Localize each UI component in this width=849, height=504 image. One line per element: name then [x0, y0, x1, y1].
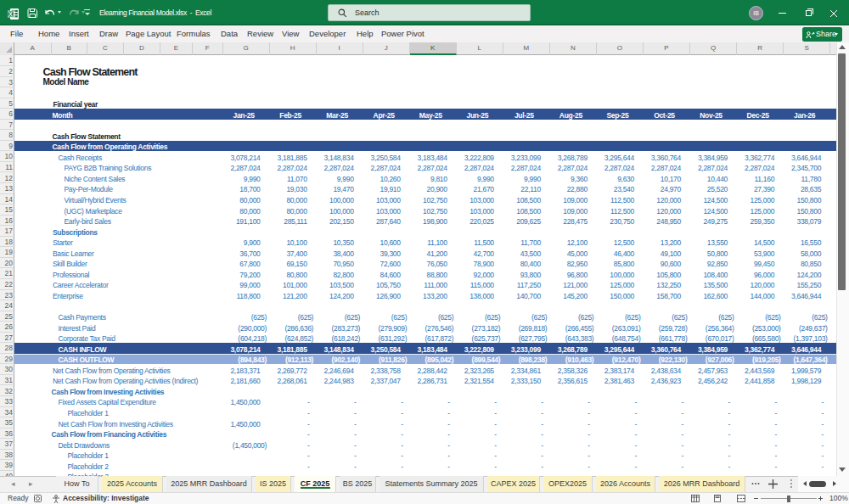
svg-text:X: X: [8, 11, 13, 17]
